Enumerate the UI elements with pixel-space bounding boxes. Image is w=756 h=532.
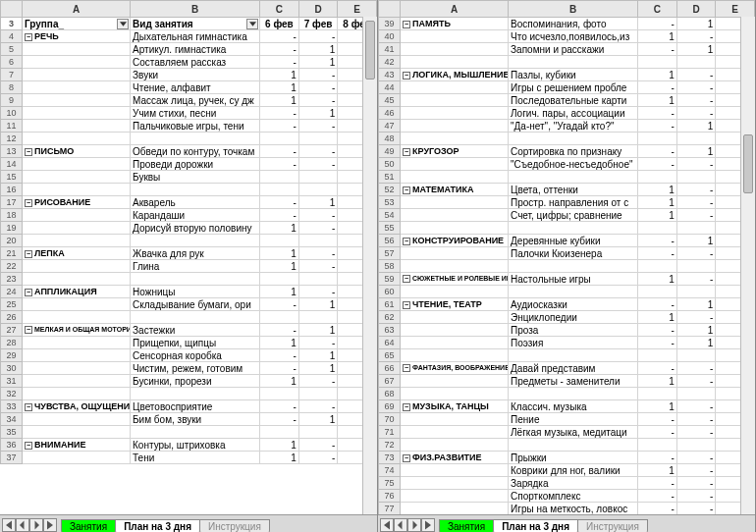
cell-category[interactable]	[23, 222, 131, 235]
cell-val-c[interactable]	[638, 388, 677, 400]
cell-activity[interactable]: Простр. направления от с	[509, 196, 638, 209]
cell-val-d[interactable]: -	[676, 196, 716, 209]
row-header[interactable]: 75	[379, 477, 401, 490]
cell-activity[interactable]: Палочки Кюизенера	[509, 247, 638, 260]
cell-category[interactable]	[401, 426, 509, 439]
cell-category[interactable]	[401, 464, 509, 477]
table-row[interactable]: 27−МЕЛКАЯ И ОБЩАЯ МОТОРИКАЗастежки-1-	[1, 324, 377, 337]
table-row[interactable]: 44Игры с решением пробле--1	[379, 81, 755, 94]
cell-category[interactable]: −КРУГОЗОР	[401, 145, 509, 158]
cell-activity[interactable]: Предметы - заменители	[509, 375, 638, 388]
cell-val-d[interactable]	[676, 349, 716, 362]
cell-val-c[interactable]: 1	[638, 375, 677, 388]
row-header[interactable]: 36	[1, 439, 23, 452]
cell-activity[interactable]: Поэзия	[509, 337, 638, 349]
cell-val-c[interactable]	[260, 133, 299, 145]
cell-val-c[interactable]: 1	[260, 94, 299, 107]
row-header[interactable]: 6	[1, 56, 23, 69]
cell-activity[interactable]	[131, 426, 260, 439]
table-row[interactable]: 75Зарядка---	[379, 477, 755, 490]
row-header[interactable]: 50	[379, 158, 401, 171]
cell-activity[interactable]	[509, 260, 638, 273]
row-header[interactable]: 46	[379, 107, 401, 120]
right-grid[interactable]: A B C D E 39−ПАМЯТЬВоспоминания, фото-1-…	[378, 0, 755, 514]
tab-prev-icon[interactable]	[394, 518, 407, 532]
cell-val-c[interactable]: -	[638, 145, 677, 158]
outline-collapse-icon[interactable]: −	[403, 364, 410, 372]
cell-activity[interactable]: Акварель	[131, 196, 260, 209]
cell-val-d[interactable]: -	[676, 158, 716, 171]
cell-category[interactable]: −ЧТЕНИЕ, ТЕАТР	[401, 298, 509, 311]
cell-category[interactable]	[23, 184, 131, 196]
table-row[interactable]: 66−ФАНТАЗИЯ, ВООБРАЖЕНИЕДавай представим…	[379, 362, 755, 375]
table-row[interactable]: 67Предметы - заменители1--	[379, 375, 755, 388]
row-header[interactable]: 19	[1, 222, 23, 235]
cell-val-d[interactable]: -	[298, 247, 338, 260]
table-row[interactable]: 70Пение--1	[379, 413, 755, 426]
vscroll-thumb[interactable]	[365, 21, 375, 80]
cell-activity[interactable]: Спорткомплекс	[509, 490, 638, 503]
cell-category[interactable]	[23, 426, 131, 439]
table-row[interactable]: 65	[379, 349, 755, 362]
cell-val-c[interactable]: -	[260, 349, 299, 362]
cell-activity[interactable]	[509, 439, 638, 452]
cell-activity[interactable]: Сортировка по признаку	[509, 145, 638, 158]
cell-val-c[interactable]	[260, 426, 299, 439]
cell-val-d[interactable]: -	[676, 362, 716, 375]
row-header[interactable]: 70	[379, 413, 401, 426]
cell-activity[interactable]	[131, 184, 260, 196]
row-header[interactable]: 64	[379, 337, 401, 349]
cell-val-c[interactable]: -	[638, 235, 677, 247]
row-header[interactable]: 67	[379, 375, 401, 388]
outline-collapse-icon[interactable]: −	[403, 186, 410, 194]
table-row[interactable]: 47"Да-нет", "Угадай кто?"-1-	[379, 120, 755, 133]
table-row[interactable]: 60	[379, 286, 755, 298]
cell-val-c[interactable]: 1	[638, 196, 677, 209]
row-header[interactable]: 39	[379, 18, 401, 30]
table-row[interactable]: 35	[1, 426, 377, 439]
row-header[interactable]: 53	[379, 196, 401, 209]
cell-val-d[interactable]	[676, 222, 716, 235]
outline-collapse-icon[interactable]: −	[25, 403, 32, 411]
cell-category[interactable]: −РЕЧЬ	[23, 30, 131, 43]
table-row[interactable]: 24−АППЛИКАЦИЯНожницы1--	[1, 286, 377, 298]
table-row[interactable]: 19Дорисуй вторую половину1--	[1, 222, 377, 235]
cell-activity[interactable]: Счет, цифры; сравнение	[509, 209, 638, 222]
outline-collapse-icon[interactable]: −	[403, 21, 410, 28]
sheet-tab[interactable]: Занятия	[61, 519, 116, 532]
cell-activity[interactable]: Составляем рассказ	[131, 56, 260, 69]
cell-category[interactable]	[401, 209, 509, 222]
table-row[interactable]: 49−КРУГОЗОРСортировка по признаку-1-	[379, 145, 755, 158]
cell-category[interactable]	[23, 120, 131, 133]
cell-val-c[interactable]: -	[638, 18, 677, 30]
tab-prev-icon[interactable]	[16, 518, 29, 532]
sheet-tab[interactable]: Инструкция	[577, 519, 648, 532]
cell-activity[interactable]: Лёгкая музыка, медитаци	[509, 426, 638, 439]
row-header[interactable]: 11	[1, 120, 23, 133]
cell-activity[interactable]: Контуры, штриховка	[131, 439, 260, 452]
table-row[interactable]: 64Поэзия-1-	[379, 337, 755, 349]
row-header[interactable]: 10	[1, 107, 23, 120]
cell-val-d[interactable]: -	[676, 413, 716, 426]
table-row[interactable]: 73−ФИЗ.РАЗВИТИЕПрыжки--1	[379, 452, 755, 464]
cell-val-c[interactable]: -	[260, 324, 299, 337]
cell-val-d[interactable]: 1	[676, 337, 716, 349]
row-header[interactable]: 45	[379, 94, 401, 107]
row-header[interactable]: 18	[1, 209, 23, 222]
cell-activity[interactable]: Дорисуй вторую половину	[131, 222, 260, 235]
row-header[interactable]: 37	[1, 452, 23, 464]
cell-val-c[interactable]	[638, 133, 677, 145]
cell-activity[interactable]: Пение	[509, 413, 638, 426]
vscroll-thumb[interactable]	[743, 134, 753, 193]
outline-collapse-icon[interactable]: −	[403, 148, 410, 156]
row-header[interactable]: 58	[379, 260, 401, 273]
cell-val-c[interactable]: -	[638, 43, 677, 56]
row-header[interactable]: 7	[1, 69, 23, 81]
table-row[interactable]: 69−МУЗЫКА, ТАНЦЫКлассич. музыка1--	[379, 400, 755, 413]
table-row[interactable]: 16	[1, 184, 377, 196]
cell-activity[interactable]: Коврики для ног, валики	[509, 464, 638, 477]
table-row[interactable]: 20	[1, 235, 377, 247]
cell-category[interactable]: −ПАМЯТЬ	[401, 18, 509, 30]
cell-category[interactable]	[23, 158, 131, 171]
cell-val-c[interactable]: 1	[638, 400, 677, 413]
